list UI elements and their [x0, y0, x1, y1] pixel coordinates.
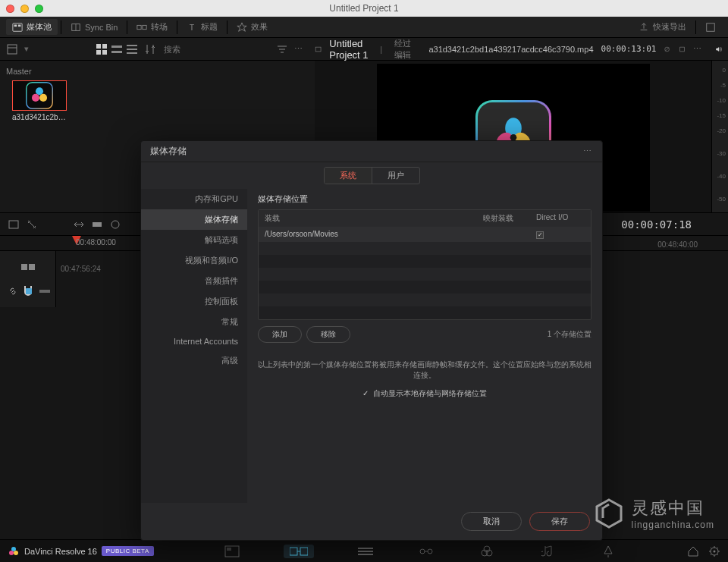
preferences-dialog: 媒体存储 ⋯ 系统 用户 内存和GPU 媒体存储 解码选项 视频和音频I/O 音… — [140, 140, 603, 541]
svg-rect-2 — [18, 24, 21, 27]
bin-view-icon[interactable] — [6, 43, 18, 55]
svg-rect-8 — [707, 23, 715, 31]
match-frame-icon[interactable] — [679, 43, 686, 55]
media-page-icon[interactable] — [223, 545, 241, 558]
svg-point-39 — [11, 547, 16, 551]
svg-rect-35 — [93, 222, 102, 227]
sidebar-item-decode-options[interactable]: 解码选项 — [141, 230, 247, 250]
sidebar-item-audio-plugins[interactable]: 音频插件 — [141, 271, 247, 291]
sidebar-item-internet-accounts[interactable]: Internet Accounts — [141, 332, 247, 350]
media-pool-label: 媒体池 — [27, 21, 52, 33]
strip-view-icon[interactable] — [111, 43, 123, 55]
selection-tool-icon[interactable] — [8, 218, 20, 231]
svg-rect-11 — [102, 44, 107, 49]
current-clip-filename: a31d3421c2bd1a439217acdcc46c3790.mp4 — [428, 45, 593, 54]
fullscreen-button[interactable] — [699, 20, 722, 35]
fairlight-page-icon[interactable] — [538, 545, 557, 558]
speaker-icon[interactable] — [715, 43, 722, 55]
effects-icon — [237, 22, 247, 33]
cut-page-icon[interactable] — [284, 545, 314, 558]
svg-rect-0 — [13, 23, 22, 31]
transitions-button[interactable]: 转场 — [130, 19, 174, 35]
replace-icon[interactable] — [109, 218, 121, 231]
clip-thumbnail[interactable]: a31d3421c2bd1a4... — [12, 80, 67, 124]
svg-point-33 — [510, 133, 516, 140]
filter-icon[interactable] — [276, 43, 288, 55]
sync-bin-icon — [71, 22, 81, 33]
ruler-timestamp: 00:48:00:00 — [76, 238, 116, 246]
audio-track-icon[interactable] — [39, 287, 50, 295]
svg-rect-12 — [96, 50, 101, 55]
svg-rect-5 — [137, 25, 141, 29]
dialog-main-panel: 媒体存储位置 装载 映射装载 Direct I/O /Users/orsoon/… — [247, 189, 602, 503]
viewer-mode-icon[interactable] — [315, 43, 322, 55]
row-path: /Users/orsoon/Movies — [259, 227, 477, 242]
media-pool-button[interactable]: 媒体池 — [6, 19, 58, 35]
svg-rect-44 — [290, 548, 297, 555]
svg-rect-36 — [21, 264, 27, 270]
sort-icon[interactable] — [144, 43, 156, 55]
svg-rect-14 — [111, 46, 122, 48]
titles-icon: T — [187, 22, 197, 33]
home-icon[interactable] — [687, 545, 699, 557]
resolve-logo-icon — [26, 82, 53, 109]
titles-button[interactable]: T 标题 — [180, 19, 224, 35]
options-menu-icon[interactable]: ⋯ — [294, 44, 303, 54]
overwrite-icon[interactable] — [91, 218, 103, 231]
directio-checkbox[interactable]: ✓ — [536, 231, 544, 239]
tab-system[interactable]: 系统 — [325, 168, 372, 184]
svg-rect-25 — [679, 47, 684, 52]
storage-count-label: 1 个存储位置 — [548, 329, 592, 340]
fusion-page-icon[interactable] — [417, 545, 435, 558]
sidebar-item-media-storage[interactable]: 媒体存储 — [141, 209, 247, 230]
viewer-options-icon[interactable]: ⋯ — [693, 44, 701, 54]
save-button[interactable]: 保存 — [529, 512, 590, 531]
dialog-menu-icon[interactable]: ⋯ — [583, 146, 593, 156]
svg-rect-38 — [39, 290, 50, 293]
top-toolbar: 媒体池 Sync Bin 转场 T 标题 效果 快速导出 — [0, 17, 728, 38]
video-track-toggle[interactable] — [26, 288, 32, 294]
project-title: Untitled Project 1 — [329, 38, 372, 61]
timeline-timecode[interactable]: 00:00:07:18 — [621, 218, 720, 231]
thumbnail-view-icon[interactable] — [96, 43, 108, 55]
blade-tool-icon[interactable] — [26, 218, 38, 231]
track-header[interactable] — [0, 251, 56, 307]
sidebar-item-advanced[interactable]: 高级 — [141, 350, 247, 371]
sidebar-item-general[interactable]: 常规 — [141, 312, 247, 332]
svg-rect-26 — [27, 83, 53, 109]
list-view-icon[interactable] — [126, 43, 138, 55]
tab-user[interactable]: 用户 — [372, 168, 419, 184]
bottom-page-nav: DaVinci Resolve 16 PUBLIC BETA — [0, 539, 728, 562]
effects-button[interactable]: 效果 — [231, 19, 274, 35]
sidebar-item-control-panel[interactable]: 控制面板 — [141, 291, 247, 312]
sidebar-item-memory-gpu[interactable]: 内存和GPU — [141, 189, 247, 209]
remove-button[interactable]: 移除 — [306, 326, 350, 343]
window-title: Untitled Project 1 — [0, 3, 728, 14]
transition-tool-icon[interactable] — [21, 262, 35, 272]
titles-label: 标题 — [201, 21, 218, 33]
search-input[interactable] — [162, 43, 270, 55]
checkmark-icon[interactable]: ✓ — [362, 389, 369, 397]
col-directio: Direct I/O — [530, 210, 591, 227]
bypass-icon[interactable] — [664, 43, 670, 55]
link-icon[interactable] — [8, 286, 18, 297]
sidebar-item-video-audio-io[interactable]: 视频和音频I/O — [141, 250, 247, 271]
svg-rect-34 — [9, 221, 18, 228]
project-settings-icon[interactable] — [708, 545, 720, 557]
quick-export-button[interactable]: 快速导出 — [632, 19, 692, 35]
table-row[interactable]: /Users/orsoon/Movies ✓ — [259, 227, 591, 242]
svg-rect-22 — [315, 47, 321, 52]
master-bin-label[interactable]: Master — [6, 67, 309, 76]
svg-rect-9 — [8, 45, 17, 54]
svg-rect-1 — [14, 24, 17, 27]
add-button[interactable]: 添加 — [258, 326, 302, 343]
deliver-page-icon[interactable] — [599, 545, 617, 558]
svg-rect-45 — [300, 548, 308, 555]
cancel-button[interactable]: 取消 — [461, 512, 522, 531]
edit-page-icon[interactable] — [356, 545, 375, 558]
color-page-icon[interactable] — [478, 545, 496, 558]
sync-bin-button[interactable]: Sync Bin — [64, 20, 124, 35]
auto-display-checkbox-label[interactable]: 自动显示本地存储与网络存储位置 — [373, 388, 487, 399]
storage-table: 装载 映射装载 Direct I/O /Users/orsoon/Movies … — [258, 209, 592, 320]
insert-icon[interactable] — [73, 218, 85, 231]
